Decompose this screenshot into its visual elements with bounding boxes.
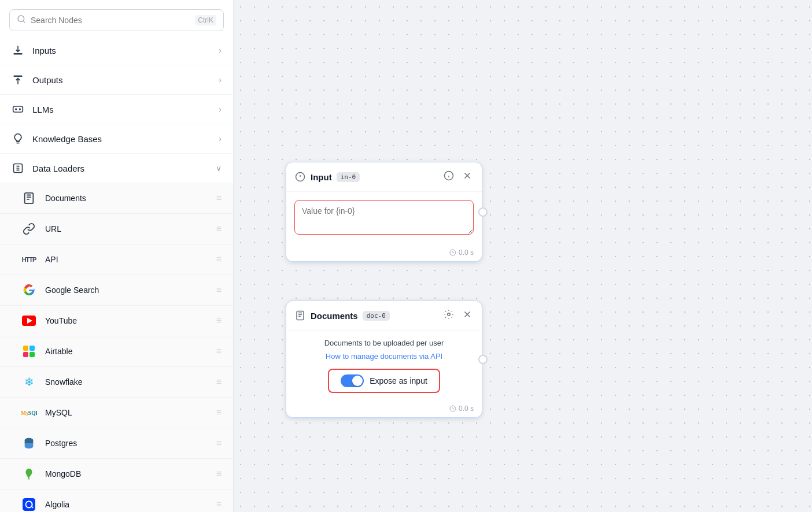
- input-node-close-button[interactable]: [461, 169, 474, 184]
- chevron-right-icon: ›: [219, 75, 222, 84]
- sub-item-google-search-label: Google Search: [45, 285, 208, 295]
- expose-label: Expose as input: [370, 376, 427, 385]
- drag-handle[interactable]: ≡: [216, 407, 222, 418]
- drag-handle[interactable]: ≡: [216, 438, 222, 448]
- doc-node-footer: 0.0 s: [286, 401, 482, 417]
- sub-item-google-search[interactable]: Google Search ≡: [0, 275, 233, 306]
- expose-toggle[interactable]: [341, 374, 364, 387]
- sub-item-snowflake[interactable]: ❄ Snowflake ≡: [0, 367, 233, 398]
- svg-rect-4: [13, 106, 23, 112]
- sub-item-youtube[interactable]: YouTube ≡: [0, 306, 233, 336]
- svg-rect-3: [14, 76, 23, 77]
- input-node-output-connector[interactable]: [478, 207, 488, 217]
- sub-item-algolia-label: Algolia: [45, 500, 208, 509]
- doc-node-output-connector[interactable]: [478, 355, 488, 364]
- search-input[interactable]: [31, 16, 190, 25]
- svg-rect-19: [23, 498, 35, 511]
- chevron-right-icon: ›: [219, 134, 222, 143]
- drag-handle[interactable]: ≡: [216, 346, 222, 357]
- sub-item-algolia[interactable]: Algolia ≡: [0, 489, 233, 512]
- sub-item-mongodb-label: MongoDB: [45, 469, 208, 478]
- expose-toggle-wrapper: Expose as input: [328, 369, 440, 393]
- drag-handle[interactable]: ≡: [216, 224, 222, 234]
- inputs-icon: [12, 44, 24, 57]
- search-bar[interactable]: CtrlK: [9, 9, 224, 31]
- sub-item-url[interactable]: URL ≡: [0, 214, 233, 244]
- doc-node-actions: [442, 308, 474, 323]
- svg-rect-13: [23, 352, 28, 357]
- sub-item-mysql-label: MySQL: [45, 408, 208, 417]
- sidebar-item-llms[interactable]: LLMs ›: [0, 95, 233, 124]
- sub-item-documents-label: Documents: [45, 194, 208, 203]
- drag-handle[interactable]: ≡: [216, 193, 222, 203]
- knowledge-icon: [12, 132, 24, 145]
- mongodb-icon: [21, 466, 37, 482]
- url-icon: [21, 221, 37, 237]
- svg-rect-18: [28, 477, 29, 480]
- input-node-timer: 0.0 s: [459, 248, 474, 257]
- doc-node-settings-button[interactable]: [442, 308, 455, 323]
- input-node-badge: in-0: [337, 172, 360, 182]
- sidebar-item-inputs-label: Inputs: [32, 46, 211, 55]
- sidebar-item-outputs[interactable]: Outputs ›: [0, 65, 233, 95]
- drag-handle[interactable]: ≡: [216, 285, 222, 295]
- sub-item-mysql[interactable]: MySQL MySQL ≡: [0, 398, 233, 428]
- postgres-icon: [21, 435, 37, 451]
- svg-text:My: My: [21, 410, 29, 416]
- svg-rect-14: [29, 352, 35, 357]
- youtube-icon: [21, 313, 37, 329]
- input-node: Input in-0 0.0 s: [286, 162, 482, 262]
- sidebar-item-knowledge-bases[interactable]: Knowledge Bases ›: [0, 124, 233, 154]
- input-value-field[interactable]: [294, 200, 474, 235]
- doc-node-icon: [294, 310, 306, 321]
- llms-icon: [12, 103, 24, 116]
- svg-point-24: [448, 313, 451, 316]
- input-node-footer: 0.0 s: [286, 245, 482, 261]
- sub-item-documents[interactable]: Documents ≡: [0, 183, 233, 214]
- sub-item-mongodb[interactable]: MongoDB ≡: [0, 459, 233, 489]
- sidebar-item-outputs-label: Outputs: [32, 75, 211, 85]
- sub-item-api[interactable]: HTTP API ≡: [0, 244, 233, 275]
- sub-item-snowflake-label: Snowflake: [45, 377, 208, 387]
- sidebar-item-inputs[interactable]: Inputs ›: [0, 36, 233, 65]
- toggle-track: [341, 374, 364, 387]
- input-node-title: Input: [311, 172, 332, 182]
- sidebar-item-llms-label: LLMs: [32, 105, 211, 114]
- sub-item-postgres-label: Postgres: [45, 439, 208, 448]
- drag-handle[interactable]: ≡: [216, 377, 222, 387]
- chevron-right-icon: ›: [219, 105, 222, 114]
- drag-handle[interactable]: ≡: [216, 316, 222, 326]
- sub-item-airtable[interactable]: Airtable ≡: [0, 336, 233, 367]
- algolia-icon: [21, 496, 37, 512]
- doc-node-body: Documents to be uploaded per user How to…: [286, 331, 482, 401]
- svg-point-5: [15, 108, 17, 110]
- sub-item-api-label: API: [45, 255, 208, 264]
- sub-item-postgres[interactable]: Postgres ≡: [0, 428, 233, 459]
- input-node-info-button[interactable]: [442, 169, 455, 184]
- drag-handle[interactable]: ≡: [216, 499, 222, 510]
- sidebar-item-data-loaders-label: Data Loaders: [32, 164, 208, 173]
- chevron-right-icon: ›: [219, 46, 222, 55]
- airtable-icon: [21, 343, 37, 359]
- drag-handle[interactable]: ≡: [216, 469, 222, 479]
- outputs-icon: [12, 73, 24, 86]
- sidebar: CtrlK Inputs › Outputs › LLMs › Knowledg…: [0, 0, 234, 512]
- canvas: Input in-0 0.0 s Documents: [234, 0, 812, 512]
- snowflake-icon: ❄: [21, 374, 37, 390]
- svg-rect-12: [29, 346, 35, 351]
- doc-node-api-link[interactable]: How to manage documents via API: [294, 352, 474, 361]
- documents-icon: [21, 190, 37, 206]
- input-node-body: [286, 192, 482, 245]
- svg-rect-2: [14, 53, 23, 55]
- sidebar-item-data-loaders[interactable]: Data Loaders ∨: [0, 154, 233, 183]
- svg-line-1: [23, 21, 25, 23]
- google-icon: [21, 282, 37, 298]
- drag-handle[interactable]: ≡: [216, 254, 222, 265]
- doc-node-close-button[interactable]: [461, 308, 474, 323]
- doc-node: Documents doc-0 Documents to be uploaded…: [286, 300, 482, 418]
- sub-item-url-label: URL: [45, 224, 208, 233]
- input-node-actions: [442, 169, 474, 184]
- doc-node-badge: doc-0: [363, 311, 390, 321]
- toggle-thumb: [352, 376, 363, 386]
- data-loaders-icon: [12, 162, 24, 175]
